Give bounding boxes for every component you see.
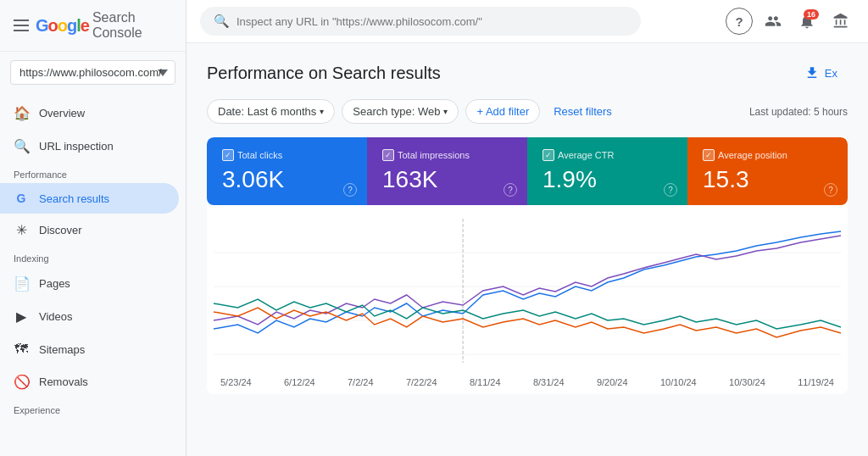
reset-filters-button[interactable]: Reset filters [547,100,619,123]
x-label-4: 8/11/24 [470,377,501,387]
logo-o-yellow: o [58,16,67,35]
google-g-icon: G [14,192,29,205]
position-info-icon[interactable]: ? [824,183,837,197]
search-icon: 🔍 [14,138,29,154]
content-header: Performance on Search results Ex [207,60,848,86]
page-title: Performance on Search results [207,64,441,83]
help-icon[interactable]: ? [726,8,753,35]
ctr-value: 1.9% [542,166,672,193]
content-area: Performance on Search results Ex Date: L… [186,43,868,456]
performance-chart[interactable] [214,219,841,371]
sidebar-item-search-results[interactable]: G Search results [0,183,179,214]
sidebar-item-url-inspection-label: URL inspection [39,140,114,153]
logo-o-red: o [48,16,58,35]
pages-icon: 📄 [14,275,29,292]
property-select[interactable]: https://www.philosocom.com/ [10,60,175,85]
sidebar-item-pages[interactable]: 📄 Pages [0,267,179,300]
sidebar-nav: 🏠 Overview 🔍 URL inspection Performance … [0,93,186,456]
export-button[interactable]: Ex [794,60,848,86]
apps-icon[interactable] [827,8,854,35]
x-label-5: 8/31/24 [533,377,565,387]
position-value: 15.3 [703,166,832,193]
section-label-indexing: Indexing [0,247,186,267]
home-icon: 🏠 [14,105,29,121]
hamburger-icon[interactable] [14,19,29,31]
videos-icon: ▶ [14,309,29,325]
topbar-icons: ? 16 [726,8,854,35]
discover-icon: ✳ [14,222,29,238]
search-icon: 🔍 [214,14,230,29]
metric-impressions: ✓ Total impressions 163K ? [367,137,527,205]
logo-g-blue2: g [67,16,76,35]
sitemaps-icon: 🗺 [14,342,29,357]
impressions-value: 163K [382,166,512,193]
chart-wrap [214,219,841,374]
sidebar-item-overview-label: Overview [39,107,85,120]
add-filter-button[interactable]: + Add filter [465,99,540,124]
notifications-icon[interactable]: 16 [793,8,821,35]
people-icon[interactable] [760,8,787,35]
section-label-experience: Experience [0,398,186,419]
svg-rect-0 [214,219,841,371]
x-label-1: 6/12/24 [284,377,315,387]
ctr-info-icon[interactable]: ? [664,183,677,197]
metric-clicks: ✓ Total clicks 3.06K ? [207,137,367,205]
sidebar-title: Search Console [92,10,172,41]
clicks-label: ✓ Total clicks [222,149,352,161]
x-label-2: 7/2/24 [348,377,374,387]
chart-container: 5/23/24 6/12/24 7/2/24 7/22/24 8/11/24 8… [207,205,848,394]
clicks-value: 3.06K [222,166,352,193]
logo-g-blue: G [36,16,48,35]
sidebar-item-url-inspection[interactable]: 🔍 URL inspection [0,130,179,163]
notification-count: 16 [804,9,819,19]
position-label: ✓ Average position [703,149,832,161]
sidebar-header: Google Search Console [0,0,186,52]
sidebar-item-removals-label: Removals [39,375,88,388]
property-select-wrap: https://www.philosocom.com/ [0,52,186,93]
clicks-checkbox[interactable]: ✓ [222,149,234,161]
sidebar-item-videos-label: Videos [39,310,73,323]
sidebar-item-sitemaps[interactable]: 🗺 Sitemaps [0,333,179,365]
sidebar-item-videos[interactable]: ▶ Videos [0,300,179,333]
x-label-6: 9/20/24 [597,377,628,387]
x-label-9: 11/19/24 [798,377,834,387]
sidebar-item-discover[interactable]: ✳ Discover [0,214,179,247]
removals-icon: 🚫 [14,374,29,390]
logo-e-red: e [81,16,89,35]
clicks-info-icon[interactable]: ? [343,183,357,197]
sidebar-item-removals[interactable]: 🚫 Removals [0,365,179,398]
metrics-row: ✓ Total clicks 3.06K ? ✓ Total impressio… [207,137,848,205]
impressions-info-icon[interactable]: ? [504,183,517,197]
search-type-filter[interactable]: Search type: Web ▾ [342,99,459,124]
position-checkbox[interactable]: ✓ [703,149,715,161]
x-label-0: 5/23/24 [220,377,252,387]
sidebar-item-search-results-label: Search results [39,192,109,205]
sidebar-item-sitemaps-label: Sitemaps [39,343,85,356]
date-filter[interactable]: Date: Last 6 months ▾ [207,99,335,124]
x-label-8: 10/30/24 [729,377,765,387]
metrics-chart-panel: ✓ Total clicks 3.06K ? ✓ Total impressio… [207,137,848,394]
impressions-label: ✓ Total impressions [382,149,512,161]
date-filter-label: Date: Last 6 months [218,105,316,118]
search-type-label: Search type: Web [353,105,440,118]
url-search-input[interactable] [236,15,627,28]
export-label: Ex [825,67,837,80]
impressions-checkbox[interactable]: ✓ [382,149,394,161]
reset-filters-label: Reset filters [554,105,612,118]
google-logo: Google Search Console [36,10,172,41]
last-updated: Last updated: 5 hours [749,106,848,118]
metric-position: ✓ Average position 15.3 ? [687,137,848,205]
chevron-down-icon: ▾ [320,107,324,116]
filters-row: Date: Last 6 months ▾ Search type: Web ▾… [207,99,848,124]
chart-xaxis: 5/23/24 6/12/24 7/2/24 7/22/24 8/11/24 8… [214,374,841,387]
ctr-label: ✓ Average CTR [542,149,672,161]
sidebar-item-pages-label: Pages [39,277,70,290]
metric-ctr: ✓ Average CTR 1.9% ? [527,137,687,205]
url-search-bar[interactable]: 🔍 [200,7,641,36]
x-label-7: 10/10/24 [660,377,697,387]
sidebar-item-overview[interactable]: 🏠 Overview [0,97,179,130]
section-label-performance: Performance [0,163,186,183]
main-content: 🔍 ? 16 Performance on Search results Ex [186,0,868,456]
add-filter-label: + Add filter [476,105,529,118]
ctr-checkbox[interactable]: ✓ [542,149,554,161]
